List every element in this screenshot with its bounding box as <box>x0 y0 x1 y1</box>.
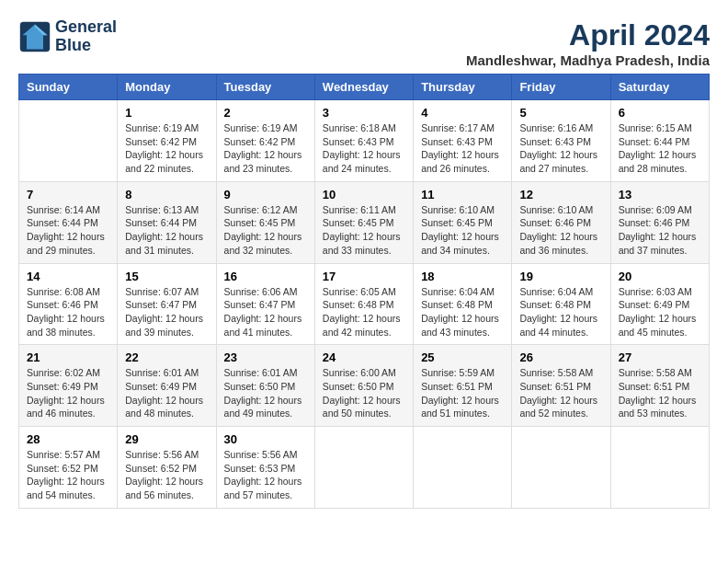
day-info: Sunrise: 5:56 AMSunset: 6:53 PMDaylight:… <box>224 448 307 502</box>
day-number: 8 <box>125 188 208 201</box>
header: General Blue April 2024 Mandleshwar, Mad… <box>18 18 710 68</box>
day-number: 29 <box>125 432 208 446</box>
logo: General Blue <box>18 18 117 55</box>
day-number: 14 <box>27 270 109 283</box>
day-number: 10 <box>323 188 405 201</box>
sub-title: Mandleshwar, Madhya Pradesh, India <box>466 52 710 68</box>
calendar-cell <box>314 427 413 509</box>
day-number: 1 <box>125 106 208 120</box>
day-info: Sunrise: 6:12 AMSunset: 6:45 PMDaylight:… <box>224 203 307 258</box>
day-info: Sunrise: 6:19 AMSunset: 6:42 PMDaylight:… <box>224 121 307 176</box>
calendar-cell: 18Sunrise: 6:04 AMSunset: 6:48 PMDayligh… <box>414 263 512 345</box>
calendar-cell: 22Sunrise: 6:01 AMSunset: 6:49 PMDayligh… <box>118 345 216 427</box>
day-number: 15 <box>125 270 208 283</box>
calendar-cell: 3Sunrise: 6:18 AMSunset: 6:43 PMDaylight… <box>314 100 413 182</box>
header-wednesday: Wednesday <box>314 75 413 100</box>
day-number: 19 <box>519 270 602 283</box>
calendar-cell: 9Sunrise: 6:12 AMSunset: 6:45 PMDaylight… <box>216 181 314 263</box>
day-info: Sunrise: 6:17 AMSunset: 6:43 PMDaylight:… <box>421 121 504 176</box>
header-tuesday: Tuesday <box>216 75 314 100</box>
day-number: 13 <box>619 188 701 201</box>
calendar-cell: 4Sunrise: 6:17 AMSunset: 6:43 PMDaylight… <box>414 100 512 182</box>
day-info: Sunrise: 6:15 AMSunset: 6:44 PMDaylight:… <box>619 121 701 176</box>
day-number: 21 <box>27 350 109 364</box>
main-title: April 2024 <box>466 18 710 52</box>
day-number: 26 <box>519 350 602 364</box>
calendar-week-row: 7Sunrise: 6:14 AMSunset: 6:44 PMDaylight… <box>19 181 710 263</box>
calendar-cell: 1Sunrise: 6:19 AMSunset: 6:42 PMDaylight… <box>118 100 216 182</box>
title-area: April 2024 Mandleshwar, Madhya Pradesh, … <box>466 18 710 68</box>
day-info: Sunrise: 6:11 AMSunset: 6:45 PMDaylight:… <box>323 203 405 258</box>
calendar-cell <box>512 427 610 509</box>
calendar-cell: 30Sunrise: 5:56 AMSunset: 6:53 PMDayligh… <box>216 427 314 509</box>
header-saturday: Saturday <box>610 75 709 100</box>
calendar-cell: 16Sunrise: 6:06 AMSunset: 6:47 PMDayligh… <box>216 263 314 345</box>
calendar-cell: 23Sunrise: 6:01 AMSunset: 6:50 PMDayligh… <box>216 345 314 427</box>
day-number: 30 <box>224 432 307 446</box>
day-number: 17 <box>323 270 405 283</box>
calendar-cell: 21Sunrise: 6:02 AMSunset: 6:49 PMDayligh… <box>19 345 118 427</box>
calendar-cell: 6Sunrise: 6:15 AMSunset: 6:44 PMDaylight… <box>610 100 709 182</box>
day-number: 25 <box>421 350 504 364</box>
calendar-cell: 15Sunrise: 6:07 AMSunset: 6:47 PMDayligh… <box>118 263 216 345</box>
calendar-cell <box>414 427 512 509</box>
logo-icon <box>18 20 51 53</box>
calendar-cell: 29Sunrise: 5:56 AMSunset: 6:52 PMDayligh… <box>118 427 216 509</box>
day-info: Sunrise: 5:56 AMSunset: 6:52 PMDaylight:… <box>125 448 208 502</box>
day-info: Sunrise: 6:05 AMSunset: 6:48 PMDaylight:… <box>323 285 405 339</box>
calendar-week-row: 14Sunrise: 6:08 AMSunset: 6:46 PMDayligh… <box>19 263 710 345</box>
calendar-cell: 24Sunrise: 6:00 AMSunset: 6:50 PMDayligh… <box>314 345 413 427</box>
day-number: 20 <box>619 270 701 283</box>
header-monday: Monday <box>118 75 216 100</box>
day-number: 6 <box>619 106 701 120</box>
logo-text: General Blue <box>55 18 117 55</box>
day-info: Sunrise: 6:08 AMSunset: 6:46 PMDaylight:… <box>27 285 109 339</box>
day-info: Sunrise: 5:58 AMSunset: 6:51 PMDaylight:… <box>519 366 602 420</box>
day-number: 11 <box>421 188 504 201</box>
day-number: 18 <box>421 270 504 283</box>
calendar-week-row: 1Sunrise: 6:19 AMSunset: 6:42 PMDaylight… <box>19 100 710 182</box>
day-info: Sunrise: 6:03 AMSunset: 6:49 PMDaylight:… <box>619 285 701 339</box>
day-number: 5 <box>519 106 602 120</box>
calendar-cell: 19Sunrise: 6:04 AMSunset: 6:48 PMDayligh… <box>512 263 610 345</box>
day-info: Sunrise: 5:58 AMSunset: 6:51 PMDaylight:… <box>619 366 701 420</box>
day-info: Sunrise: 6:07 AMSunset: 6:47 PMDaylight:… <box>125 285 208 339</box>
day-info: Sunrise: 6:18 AMSunset: 6:43 PMDaylight:… <box>323 121 405 176</box>
day-number: 24 <box>323 350 405 364</box>
calendar-cell: 11Sunrise: 6:10 AMSunset: 6:45 PMDayligh… <box>414 181 512 263</box>
day-info: Sunrise: 6:16 AMSunset: 6:43 PMDaylight:… <box>519 121 602 176</box>
calendar-cell: 2Sunrise: 6:19 AMSunset: 6:42 PMDaylight… <box>216 100 314 182</box>
calendar-cell: 8Sunrise: 6:13 AMSunset: 6:44 PMDaylight… <box>118 181 216 263</box>
day-number: 2 <box>224 106 307 120</box>
day-info: Sunrise: 6:04 AMSunset: 6:48 PMDaylight:… <box>519 285 602 339</box>
calendar-cell: 25Sunrise: 5:59 AMSunset: 6:51 PMDayligh… <box>414 345 512 427</box>
calendar-cell: 27Sunrise: 5:58 AMSunset: 6:51 PMDayligh… <box>610 345 709 427</box>
day-info: Sunrise: 5:59 AMSunset: 6:51 PMDaylight:… <box>421 366 504 420</box>
calendar-week-row: 21Sunrise: 6:02 AMSunset: 6:49 PMDayligh… <box>19 345 710 427</box>
day-number: 4 <box>421 106 504 120</box>
calendar-week-row: 28Sunrise: 5:57 AMSunset: 6:52 PMDayligh… <box>19 427 710 509</box>
day-info: Sunrise: 6:06 AMSunset: 6:47 PMDaylight:… <box>224 285 307 339</box>
day-info: Sunrise: 6:14 AMSunset: 6:44 PMDaylight:… <box>27 203 109 258</box>
day-info: Sunrise: 5:57 AMSunset: 6:52 PMDaylight:… <box>27 448 109 502</box>
calendar-cell: 26Sunrise: 5:58 AMSunset: 6:51 PMDayligh… <box>512 345 610 427</box>
calendar-cell: 7Sunrise: 6:14 AMSunset: 6:44 PMDaylight… <box>19 181 118 263</box>
calendar-cell <box>610 427 709 509</box>
day-number: 9 <box>224 188 307 201</box>
calendar-cell <box>19 100 118 182</box>
day-number: 27 <box>619 350 701 364</box>
day-info: Sunrise: 6:10 AMSunset: 6:46 PMDaylight:… <box>519 203 602 258</box>
calendar-cell: 12Sunrise: 6:10 AMSunset: 6:46 PMDayligh… <box>512 181 610 263</box>
day-number: 12 <box>519 188 602 201</box>
calendar-cell: 14Sunrise: 6:08 AMSunset: 6:46 PMDayligh… <box>19 263 118 345</box>
calendar-cell: 28Sunrise: 5:57 AMSunset: 6:52 PMDayligh… <box>19 427 118 509</box>
calendar-header-row: SundayMondayTuesdayWednesdayThursdayFrid… <box>19 75 710 100</box>
day-info: Sunrise: 6:00 AMSunset: 6:50 PMDaylight:… <box>323 366 405 420</box>
day-info: Sunrise: 6:01 AMSunset: 6:50 PMDaylight:… <box>224 366 307 420</box>
calendar-cell: 20Sunrise: 6:03 AMSunset: 6:49 PMDayligh… <box>610 263 709 345</box>
day-number: 16 <box>224 270 307 283</box>
header-sunday: Sunday <box>19 75 118 100</box>
calendar-cell: 13Sunrise: 6:09 AMSunset: 6:46 PMDayligh… <box>610 181 709 263</box>
calendar-cell: 10Sunrise: 6:11 AMSunset: 6:45 PMDayligh… <box>314 181 413 263</box>
day-info: Sunrise: 6:19 AMSunset: 6:42 PMDaylight:… <box>125 121 208 176</box>
